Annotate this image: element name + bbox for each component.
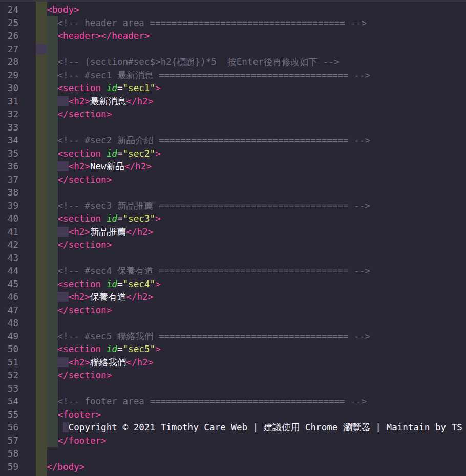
line-number[interactable]: 59 <box>0 461 18 474</box>
code-line-content[interactable]: <header></header> <box>18 30 150 43</box>
code-line-content[interactable] <box>18 382 36 396</box>
code-token: <!-- #sec2 新品介紹 ========================… <box>57 135 370 145</box>
line-number[interactable]: 42 <box>0 239 18 252</box>
code-token: "sec2" <box>123 148 156 159</box>
code-line-content[interactable]: <h2>最新消息</h2> <box>18 95 153 109</box>
code-line-content[interactable]: <body> <box>18 4 79 17</box>
line-number[interactable]: 55 <box>0 408 18 422</box>
line-number[interactable]: 27 <box>0 43 18 56</box>
line-number[interactable]: 29 <box>0 69 18 82</box>
code-line: 44 <!-- #sec4 保養有道 =====================… <box>0 265 466 278</box>
line-number[interactable]: 35 <box>0 147 18 161</box>
code-line-content[interactable]: <section id="sec3"> <box>18 212 161 226</box>
code-line-content[interactable]: <section id="sec5"> <box>18 343 161 356</box>
code-line: 31 <h2>最新消息</h2> <box>0 95 466 109</box>
line-number[interactable]: 46 <box>0 291 18 304</box>
line-number[interactable]: 45 <box>0 278 18 291</box>
code-line-content[interactable]: <!-- #sec3 新品推薦 ========================… <box>18 200 370 213</box>
code-line-content[interactable] <box>18 317 36 330</box>
line-number[interactable]: 30 <box>0 82 18 95</box>
code-token <box>36 5 47 15</box>
line-number[interactable]: 41 <box>0 226 18 239</box>
line-number[interactable]: 25 <box>0 17 18 30</box>
code-line-content[interactable] <box>18 121 36 135</box>
code-token <box>57 357 68 367</box>
line-number[interactable]: 31 <box>0 95 18 109</box>
code-line-content[interactable]: </section> <box>18 239 112 252</box>
code-token <box>36 109 57 119</box>
code-line-content[interactable]: <!-- (section#sec$>h2{標題})*5 按Enter後再修改如… <box>18 56 340 69</box>
code-token: "sec4" <box>123 279 156 289</box>
code-line-content[interactable]: <h2>保養有道</h2> <box>18 291 153 304</box>
line-number[interactable]: 50 <box>0 343 18 356</box>
code-line-content[interactable]: <section id="sec4"> <box>18 278 161 291</box>
line-number[interactable]: 48 <box>0 317 18 330</box>
line-number[interactable]: 28 <box>0 56 18 69</box>
line-number[interactable]: 49 <box>0 330 18 343</box>
code-line-content[interactable]: <section id="sec2"> <box>18 147 161 161</box>
code-line-content[interactable]: </section> <box>18 369 112 382</box>
line-number[interactable]: 37 <box>0 174 18 187</box>
code-token <box>36 357 57 367</box>
code-token: = <box>117 83 123 93</box>
code-line-content[interactable]: <footer> <box>18 408 101 422</box>
code-line-content[interactable]: <!-- #sec4 保養有道 ========================… <box>18 265 370 278</box>
code-token: </h2> <box>126 96 153 106</box>
code-line-content[interactable]: <!-- header area =======================… <box>18 17 367 30</box>
line-number[interactable]: 38 <box>0 186 18 200</box>
line-number[interactable]: 52 <box>0 369 18 382</box>
code-line-content[interactable]: <h2>新品推薦</h2> <box>18 226 153 239</box>
code-token <box>36 201 57 211</box>
code-lines[interactable]: 24 <body>25 <!-- header area ===========… <box>0 4 466 473</box>
line-number[interactable]: 40 <box>0 212 18 226</box>
line-number[interactable]: 58 <box>0 447 18 461</box>
code-line-content[interactable]: <h2>聯絡我們</h2> <box>18 356 153 370</box>
code-line-content[interactable]: </section> <box>18 108 112 121</box>
code-token: </h2> <box>124 161 152 171</box>
code-line-content[interactable] <box>18 186 36 200</box>
line-number[interactable]: 51 <box>0 356 18 370</box>
editor-top-border <box>0 0 466 2</box>
code-line-content[interactable]: <section id="sec1"> <box>18 82 161 95</box>
code-token <box>36 175 57 185</box>
code-line: 25 <!-- header area ====================… <box>0 17 466 30</box>
code-token: id <box>107 279 117 289</box>
line-number[interactable]: 24 <box>0 4 18 17</box>
code-line-content[interactable]: <!-- #sec1 最新消息 ========================… <box>18 69 370 82</box>
line-number[interactable]: 47 <box>0 304 18 317</box>
code-token: = <box>117 213 123 224</box>
code-token <box>36 344 57 354</box>
code-line-content[interactable] <box>18 43 47 56</box>
code-line: 47 </section> <box>0 304 466 317</box>
line-number[interactable]: 43 <box>0 252 18 265</box>
line-number[interactable]: 44 <box>0 265 18 278</box>
code-line-content[interactable]: Copyright © 2021 Timothy Care Web | 建議使用… <box>18 421 462 435</box>
code-line: 34 <!-- #sec2 新品介紹 =====================… <box>0 134 466 147</box>
line-number[interactable]: 57 <box>0 435 18 448</box>
code-line-content[interactable]: <h2>New新品</h2> <box>18 160 152 174</box>
code-token: "sec1" <box>123 83 156 93</box>
code-line: 46 <h2>保養有道</h2> <box>0 291 466 304</box>
code-line-content[interactable]: </footer> <box>18 435 107 448</box>
line-number[interactable]: 36 <box>0 160 18 174</box>
code-token <box>36 31 57 41</box>
code-token: = <box>117 279 123 289</box>
code-line-content[interactable]: </body> <box>18 461 84 474</box>
line-number[interactable]: 33 <box>0 121 18 135</box>
code-line-content[interactable] <box>18 252 36 265</box>
line-number[interactable]: 32 <box>0 108 18 121</box>
line-number[interactable]: 53 <box>0 382 18 396</box>
code-line-content[interactable]: <!-- footer area =======================… <box>18 395 367 408</box>
line-number[interactable]: 54 <box>0 395 18 408</box>
code-line-content[interactable]: <!-- #sec5 聯絡我們 ========================… <box>18 330 370 343</box>
code-line: 30 <section id="sec1"> <box>0 82 466 95</box>
line-number[interactable]: 56 <box>0 421 18 435</box>
code-line: 45 <section id="sec4"> <box>0 278 466 291</box>
line-number[interactable]: 26 <box>0 30 18 43</box>
code-line-content[interactable]: <!-- #sec2 新品介紹 ========================… <box>18 134 370 147</box>
line-number[interactable]: 39 <box>0 200 18 213</box>
code-line-content[interactable]: </section> <box>18 174 112 187</box>
code-line-content[interactable]: </section> <box>18 304 112 317</box>
code-line-content[interactable] <box>18 447 36 461</box>
line-number[interactable]: 34 <box>0 134 18 147</box>
